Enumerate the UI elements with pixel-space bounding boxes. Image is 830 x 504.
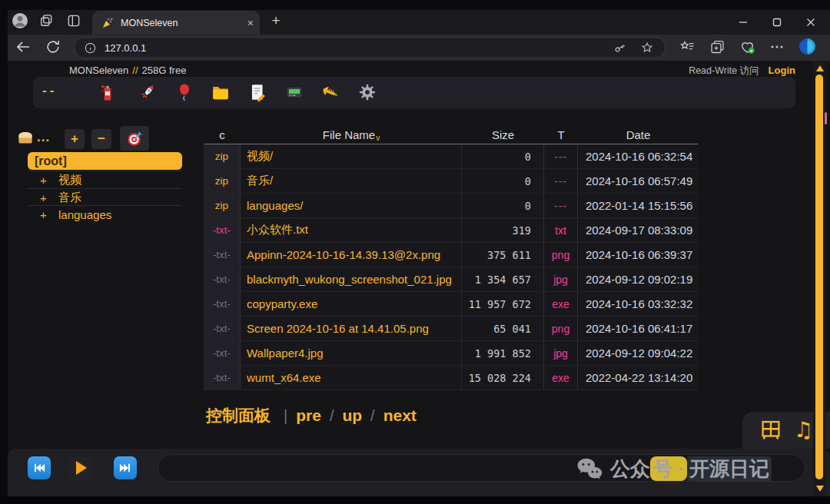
browser-essentials-icon[interactable] [739, 38, 756, 56]
tab-close-icon[interactable]: × [247, 18, 254, 28]
prev-page-link[interactable]: pre [296, 406, 321, 425]
file-action-cell[interactable]: zip [204, 169, 241, 193]
file-action-cell[interactable]: -txt- [204, 243, 241, 267]
file-name-link[interactable]: 视频/ [241, 144, 462, 168]
file-action-cell[interactable]: -txt- [204, 292, 241, 316]
file-date: 2022-04-22 13:14:20 [578, 366, 699, 390]
sidebar-item-label: languages [58, 208, 111, 221]
next-track-button[interactable] [114, 456, 137, 479]
table-row: -txt-copyparty.exe11 957 672exe2024-10-1… [204, 292, 699, 317]
file-name-link[interactable]: Screen 2024-10-16 at 14.41.05.png [241, 317, 462, 340]
table-row: -txt-wumt_x64.exe15 028 224exe2022-04-22… [204, 366, 699, 390]
tree-collapse-button[interactable]: − [91, 129, 111, 149]
column-header-type[interactable]: T [544, 126, 578, 143]
sidebar-more-dots[interactable]: ... [37, 130, 50, 145]
tree-expand-button[interactable]: + [65, 129, 85, 149]
music-note-icon[interactable]: ♫ [794, 419, 813, 441]
grid-view-icon[interactable] [759, 419, 782, 442]
tab-title: MONSeleven [121, 18, 247, 28]
sidebar-item-音乐[interactable]: +音乐 [28, 188, 182, 206]
window-minimize-button[interactable] [732, 12, 755, 32]
window-maximize-button[interactable] [765, 12, 788, 32]
window-close-button[interactable] [799, 12, 822, 32]
collections-icon[interactable] [709, 39, 725, 55]
column-header-size[interactable]: Size [462, 126, 544, 143]
favorite-star-icon[interactable] [640, 41, 654, 55]
balloon-icon[interactable] [174, 82, 194, 102]
file-name-link[interactable]: wumt_x64.exe [241, 366, 462, 390]
file-name-link[interactable]: languages/ [241, 194, 462, 217]
sidebar-item-视频[interactable]: +视频 [28, 171, 182, 188]
file-name-link[interactable]: copyparty.exe [241, 292, 462, 316]
access-level-label: Read-Write 访问 [689, 65, 759, 76]
sidebar-item-root[interactable]: [root] [28, 152, 182, 170]
favorites-bar-icon[interactable] [679, 39, 696, 55]
memo-icon[interactable] [247, 82, 267, 102]
expander-icon[interactable]: + [40, 174, 58, 187]
more-options-icon[interactable] [770, 44, 784, 50]
file-name-link[interactable]: 小众软件.txt [241, 218, 462, 242]
file-action-cell[interactable]: -txt- [204, 317, 241, 340]
file-table-body: zip视频/0---2024-10-16 06:32:54zip音乐/0---2… [204, 144, 699, 390]
scrollbar-up-arrow[interactable] [816, 65, 824, 71]
file-size: 0 [462, 194, 544, 217]
scrollbar-down-arrow[interactable] [816, 486, 824, 492]
table-row: -txt-Screen 2024-10-16 at 14.41.05.png65… [204, 317, 699, 341]
file-action-cell[interactable]: zip [204, 194, 241, 217]
address-bar[interactable]: 127.0.0.1 [74, 37, 666, 58]
play-button[interactable] [69, 456, 92, 479]
new-tab-button[interactable]: + [267, 12, 284, 29]
file-name-link[interactable]: blackmyth_wukong_screenshot_021.jpg [241, 267, 462, 291]
access-status: Read-Write 访问Login [689, 65, 795, 78]
rocket-icon[interactable] [138, 82, 158, 102]
file-action-cell[interactable]: -txt- [204, 341, 241, 365]
site-info-icon[interactable] [84, 41, 97, 55]
file-name-link[interactable]: 音乐/ [241, 169, 462, 193]
file-size: 65 041 [462, 317, 544, 340]
breadcrumb-site[interactable]: MONSeleven [69, 65, 128, 76]
file-name-link[interactable]: Appinn-2024-10-16-14.39.13@2x.png [241, 243, 462, 267]
tab-actions-icon[interactable] [66, 13, 81, 28]
file-action-cell[interactable]: -txt- [204, 218, 241, 242]
table-row: zip视频/0---2024-10-16 06:32:54 [204, 144, 699, 169]
breadcrumb-separator: // [132, 65, 138, 76]
url-text: 127.0.0.1 [105, 42, 613, 54]
fire-extinguisher-icon[interactable] [98, 82, 118, 102]
expander-icon[interactable]: + [40, 191, 58, 204]
wechat-icon [575, 456, 604, 482]
column-header-name[interactable]: File Namev [241, 126, 462, 143]
sidebar-item-languages[interactable]: +languages [28, 205, 182, 223]
jump-to-target-button[interactable] [120, 126, 149, 151]
column-header-c[interactable]: c [204, 126, 241, 143]
watermark-text: 公众号 ·开源日记 [610, 456, 772, 482]
profile-avatar-icon[interactable] [11, 12, 29, 30]
scrollbar-thumb[interactable] [815, 75, 823, 479]
previous-track-button[interactable] [28, 456, 51, 479]
file-date: 2024-10-16 06:39:37 [578, 243, 699, 267]
expander-icon[interactable]: + [40, 208, 58, 221]
login-link[interactable]: Login [769, 65, 795, 76]
copilot-icon[interactable] [798, 37, 817, 56]
collapse-toolbar-button[interactable]: -- [42, 83, 57, 98]
browser-tab[interactable]: MONSeleven × [92, 11, 260, 35]
control-panel-link[interactable]: 控制面板 [206, 405, 271, 426]
pager-icon[interactable] [284, 82, 304, 102]
folder-icon[interactable] [211, 82, 231, 102]
file-name-link[interactable]: Wallpaper4.jpg [241, 341, 462, 365]
file-action-cell[interactable]: zip [204, 144, 241, 168]
bread-icon[interactable] [15, 128, 35, 148]
file-action-cell[interactable]: -txt- [204, 267, 241, 291]
trumpet-icon[interactable] [320, 82, 340, 102]
watermark: 公众号 ·开源日记 [575, 456, 772, 482]
refresh-icon[interactable] [45, 38, 61, 55]
sidebar-item-label: 视频 [58, 173, 81, 187]
next-page-link[interactable]: next [383, 406, 417, 425]
password-key-icon[interactable] [613, 41, 627, 55]
gear-icon[interactable] [357, 82, 377, 102]
file-action-cell[interactable]: -txt- [204, 366, 241, 390]
back-icon[interactable] [14, 38, 32, 56]
workspaces-icon[interactable] [38, 13, 54, 28]
column-header-date[interactable]: Date [578, 126, 699, 143]
file-size: 1 991 852 [462, 341, 544, 365]
up-dir-link[interactable]: up [342, 406, 362, 425]
